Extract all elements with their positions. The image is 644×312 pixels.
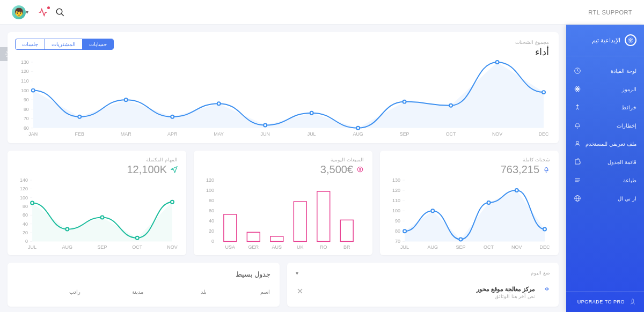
svg-point-57 bbox=[496, 61, 499, 64]
svg-rect-102 bbox=[294, 202, 306, 241]
svg-text:0: 0 bbox=[211, 239, 214, 244]
svg-text:80: 80 bbox=[395, 228, 400, 234]
svg-point-125 bbox=[403, 229, 406, 233]
svg-text:80: 80 bbox=[209, 198, 214, 203]
svg-text:60: 60 bbox=[209, 208, 214, 213]
svg-text:MAR: MAR bbox=[121, 131, 131, 137]
svg-text:UK: UK bbox=[297, 244, 304, 250]
svg-rect-104 bbox=[340, 220, 353, 241]
activity-icon[interactable] bbox=[38, 8, 48, 17]
svg-text:100: 100 bbox=[21, 88, 29, 93]
nav-maps[interactable]: خرائط bbox=[566, 98, 644, 116]
tab-purchases[interactable]: المشتريات bbox=[45, 39, 82, 49]
svg-point-48 bbox=[78, 115, 81, 118]
link-icon bbox=[544, 286, 550, 292]
svg-text:USA: USA bbox=[225, 244, 236, 250]
svg-text:20: 20 bbox=[209, 228, 214, 234]
nav-tables[interactable]: قائمة الجدول bbox=[566, 153, 644, 171]
svg-text:OCT: OCT bbox=[484, 244, 494, 250]
brand[interactable]: الإبداعية تيم bbox=[566, 25, 644, 56]
sales-value: 3,500€ bbox=[320, 164, 353, 176]
svg-text:120: 120 bbox=[206, 177, 214, 183]
tab-accounts[interactable]: حسابات bbox=[82, 39, 113, 49]
svg-text:MAY: MAY bbox=[214, 131, 224, 137]
shipments-chart: 708090100110120130JULAUGSEPOCTNOVDEC bbox=[389, 176, 550, 251]
detail-card: ▾ ضع البوم مركز معالجة موقع محور نص آخر … bbox=[287, 263, 559, 307]
svg-text:130: 130 bbox=[21, 60, 29, 65]
svg-text:JUN: JUN bbox=[261, 131, 270, 137]
svg-point-56 bbox=[449, 104, 452, 107]
svg-text:JAN: JAN bbox=[28, 131, 38, 137]
table-title: جدول بسيط bbox=[16, 270, 271, 278]
performance-card: جلسات المشتريات حسابات مجموع الشحنات أدا… bbox=[8, 32, 559, 143]
svg-rect-101 bbox=[270, 236, 283, 242]
nav-dashboard[interactable]: لوحة القيادة bbox=[566, 62, 644, 80]
svg-point-11 bbox=[576, 141, 579, 144]
nav-profile[interactable]: ملف تعريفي للمستخدم bbox=[566, 135, 644, 153]
tasks-subtitle: المهام المكتملة bbox=[16, 157, 178, 162]
svg-rect-99 bbox=[224, 214, 237, 242]
svg-text:140: 140 bbox=[20, 177, 28, 183]
svg-point-2 bbox=[630, 40, 631, 41]
svg-text:JUL: JUL bbox=[400, 244, 409, 250]
svg-text:JUL: JUL bbox=[308, 131, 316, 137]
svg-point-58 bbox=[542, 91, 545, 94]
svg-text:GER: GER bbox=[248, 244, 259, 250]
rocket-icon bbox=[629, 298, 636, 306]
bell-small-icon bbox=[543, 166, 550, 173]
svg-rect-100 bbox=[247, 232, 260, 241]
svg-text:JUL: JUL bbox=[28, 244, 36, 250]
svg-text:DEC: DEC bbox=[539, 131, 549, 137]
upgrade-button[interactable]: UPGRADE TO PRO bbox=[566, 291, 644, 312]
bell-icon bbox=[574, 122, 581, 129]
svg-text:70: 70 bbox=[24, 116, 29, 121]
svg-text:100: 100 bbox=[20, 195, 28, 200]
svg-text:OCT: OCT bbox=[446, 131, 456, 137]
nav-rtl[interactable]: ار تي ال bbox=[566, 189, 644, 207]
svg-point-81 bbox=[65, 227, 69, 231]
text-icon bbox=[574, 176, 581, 184]
svg-text:SEP: SEP bbox=[400, 131, 409, 137]
sidebar: الإبداعية تيم لوحة القيادة الرموز خرائط … bbox=[566, 25, 644, 312]
svg-point-128 bbox=[487, 201, 491, 204]
search-icon[interactable] bbox=[55, 8, 65, 17]
nav-notifications[interactable]: إخطارات bbox=[566, 116, 644, 135]
svg-text:20: 20 bbox=[23, 230, 28, 235]
detail-caret[interactable]: ▾ bbox=[296, 270, 298, 276]
dashboard-icon bbox=[574, 67, 581, 75]
simple-table-card: جدول بسيط اسم بلد مدينة راتب bbox=[8, 263, 280, 307]
detail-subtitle: ضع البوم bbox=[531, 270, 550, 276]
svg-line-1 bbox=[61, 13, 64, 16]
svg-point-53 bbox=[310, 112, 313, 115]
avatar-caret[interactable]: ▾ bbox=[26, 9, 28, 15]
svg-text:SEP: SEP bbox=[98, 244, 107, 250]
page-title: RTL SUPPORT bbox=[588, 9, 632, 16]
svg-point-0 bbox=[56, 9, 62, 14]
svg-text:90: 90 bbox=[24, 97, 29, 102]
svg-text:OCT: OCT bbox=[132, 244, 143, 250]
tab-sessions[interactable]: جلسات bbox=[16, 39, 45, 49]
plane-icon bbox=[170, 166, 178, 173]
sales-chart: 020406080100120USAGERAUSUKROBR bbox=[202, 176, 364, 251]
performance-chart: 60708090100110120130JANFEBMARAPRMAYJUNJU… bbox=[17, 58, 549, 138]
svg-text:120: 120 bbox=[392, 188, 400, 193]
svg-text:NOV: NOV bbox=[492, 131, 502, 137]
detail-item-title: مركز معالجة موقع محور bbox=[310, 286, 536, 293]
svg-text:40: 40 bbox=[23, 221, 28, 226]
svg-text:60: 60 bbox=[23, 212, 28, 218]
svg-text:AUG: AUG bbox=[62, 244, 73, 250]
svg-text:70: 70 bbox=[395, 239, 400, 244]
svg-text:AUS: AUS bbox=[272, 244, 282, 250]
nav-icons[interactable]: الرموز bbox=[566, 80, 644, 98]
nav-typography[interactable]: طباعة bbox=[566, 171, 644, 189]
svg-text:60: 60 bbox=[24, 125, 29, 131]
tools-icon bbox=[296, 287, 304, 295]
svg-text:DEC: DEC bbox=[539, 244, 550, 250]
svg-text:0: 0 bbox=[25, 239, 28, 244]
svg-text:SEP: SEP bbox=[456, 244, 465, 250]
avatar[interactable]: 👦 bbox=[12, 5, 26, 19]
svg-text:APR: APR bbox=[167, 131, 178, 137]
svg-text:100: 100 bbox=[206, 188, 214, 193]
svg-point-7 bbox=[577, 88, 578, 90]
detail-item-sub: نص آخر هنا الوثائق bbox=[310, 294, 536, 299]
